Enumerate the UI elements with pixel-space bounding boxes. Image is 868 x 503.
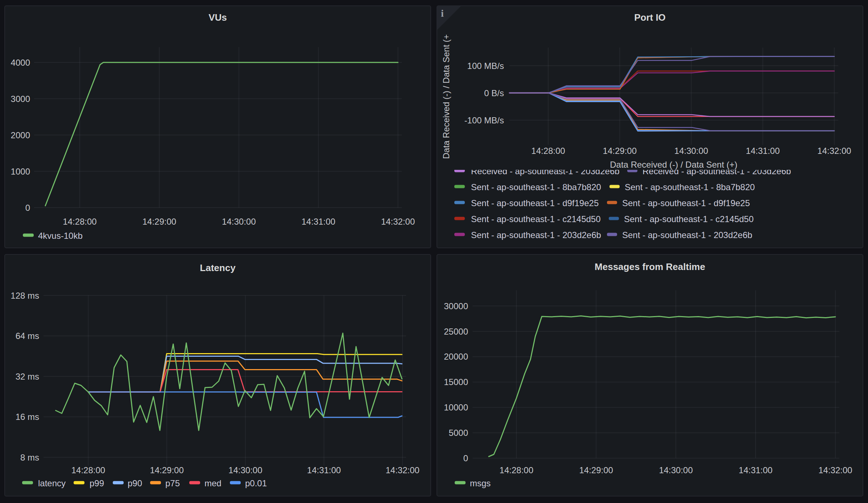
svg-text:14:31:00: 14:31:00 — [746, 146, 780, 156]
svg-text:16 ms: 16 ms — [16, 412, 39, 422]
svg-text:14:28:00: 14:28:00 — [71, 465, 105, 475]
svg-text:Sent - ap-southeast-1 - 203d2e: Sent - ap-southeast-1 - 203d2e6b — [471, 230, 601, 240]
svg-text:0: 0 — [463, 453, 468, 463]
svg-text:14:30:00: 14:30:00 — [222, 217, 256, 226]
svg-text:latency: latency — [38, 478, 66, 488]
svg-text:3000: 3000 — [11, 94, 30, 104]
svg-text:p90: p90 — [128, 478, 142, 488]
svg-text:14:32:00: 14:32:00 — [381, 217, 415, 226]
svg-text:1000: 1000 — [11, 167, 30, 176]
svg-text:14:30:00: 14:30:00 — [659, 465, 693, 475]
svg-text:2000: 2000 — [11, 130, 30, 140]
svg-text:Data Received (-) / Data Sent: Data Received (-) / Data Sent (+) — [610, 160, 737, 169]
svg-text:p0.01: p0.01 — [245, 478, 267, 488]
svg-text:14:31:00: 14:31:00 — [739, 465, 772, 475]
svg-text:14:32:00: 14:32:00 — [818, 465, 852, 475]
svg-text:15000: 15000 — [444, 377, 468, 387]
svg-text:med: med — [204, 478, 222, 488]
svg-text:msgs: msgs — [470, 478, 491, 488]
svg-text:100 MB/s: 100 MB/s — [467, 61, 504, 71]
svg-text:Sent - ap-southeast-1 - 8ba7b8: Sent - ap-southeast-1 - 8ba7b820 — [471, 182, 601, 192]
svg-text:32 ms: 32 ms — [16, 372, 39, 381]
svg-text:VUs: VUs — [208, 12, 227, 23]
svg-text:14:32:00: 14:32:00 — [817, 146, 851, 156]
svg-text:20000: 20000 — [444, 352, 468, 361]
svg-text:14:29:00: 14:29:00 — [142, 217, 176, 226]
svg-text:Sent - ap-southeast-1 - 8ba7b8: Sent - ap-southeast-1 - 8ba7b820 — [625, 182, 755, 192]
svg-text:Latency: Latency — [200, 262, 236, 273]
svg-text:14:31:00: 14:31:00 — [301, 217, 335, 226]
svg-text:Messages from Realtime: Messages from Realtime — [595, 261, 705, 272]
svg-text:Sent - ap-southeast-1 - 203d2e: Sent - ap-southeast-1 - 203d2e6b — [622, 230, 752, 240]
svg-text:-100 MB/s: -100 MB/s — [464, 115, 504, 125]
svg-text:Sent - ap-southeast-1 - d9f19e: Sent - ap-southeast-1 - d9f19e25 — [622, 198, 750, 208]
svg-text:14:29:00: 14:29:00 — [579, 465, 613, 475]
svg-text:14:29:00: 14:29:00 — [603, 146, 637, 156]
svg-text:14:31:00: 14:31:00 — [307, 465, 341, 475]
svg-text:10000: 10000 — [444, 402, 468, 412]
svg-text:25000: 25000 — [444, 327, 468, 336]
svg-text:30000: 30000 — [444, 301, 468, 311]
svg-text:8 ms: 8 ms — [20, 453, 39, 462]
svg-text:Sent - ap-southeast-1 - c2145d: Sent - ap-southeast-1 - c2145d50 — [471, 214, 601, 224]
svg-text:i: i — [441, 8, 444, 19]
svg-text:5000: 5000 — [449, 428, 468, 438]
svg-text:14:29:00: 14:29:00 — [150, 465, 183, 475]
svg-text:14:32:00: 14:32:00 — [385, 465, 419, 475]
svg-text:14:30:00: 14:30:00 — [228, 465, 262, 475]
svg-text:128 ms: 128 ms — [11, 291, 39, 300]
svg-text:Sent - ap-southeast-1 - c2145d: Sent - ap-southeast-1 - c2145d50 — [624, 214, 754, 224]
svg-text:14:30:00: 14:30:00 — [674, 146, 708, 156]
svg-text:4kvus-10kb: 4kvus-10kb — [38, 231, 83, 241]
svg-text:14:28:00: 14:28:00 — [500, 465, 533, 475]
svg-text:p75: p75 — [165, 478, 180, 488]
svg-text:0 B/s: 0 B/s — [484, 88, 504, 98]
svg-text:0: 0 — [25, 203, 30, 213]
svg-text:14:28:00: 14:28:00 — [531, 146, 565, 156]
svg-text:Port IO: Port IO — [634, 12, 666, 23]
svg-text:64 ms: 64 ms — [16, 331, 39, 341]
svg-text:p99: p99 — [90, 478, 104, 488]
svg-text:Data Received (-) / Data Sent: Data Received (-) / Data Sent (+) — [441, 32, 451, 159]
svg-text:4000: 4000 — [11, 58, 30, 68]
svg-text:Sent - ap-southeast-1 - d9f19e: Sent - ap-southeast-1 - d9f19e25 — [471, 198, 599, 208]
svg-text:14:28:00: 14:28:00 — [63, 217, 96, 226]
